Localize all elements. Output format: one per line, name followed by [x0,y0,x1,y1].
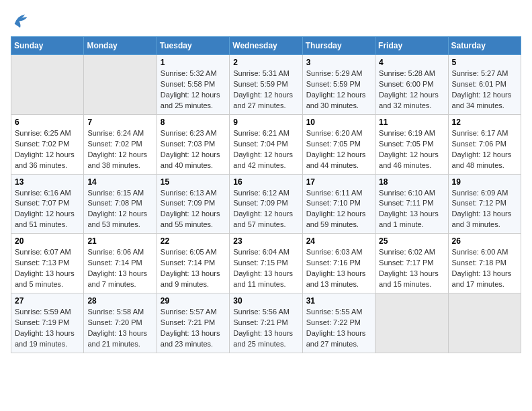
day-number: 2 [233,58,298,67]
day-info: Sunrise: 6:15 AMSunset: 7:08 PMDaylight:… [87,188,152,231]
calendar-cell: 23Sunrise: 6:04 AMSunset: 7:15 PMDayligh… [230,234,302,293]
header-wednesday: Wednesday [230,37,302,55]
day-number: 19 [452,177,517,187]
logo-icon [11,11,30,30]
calendar-cell: 22Sunrise: 6:05 AMSunset: 7:14 PMDayligh… [157,234,229,293]
day-number: 22 [161,236,226,246]
day-number: 9 [233,118,298,127]
day-info: Sunrise: 6:12 AMSunset: 7:09 PMDaylight:… [233,188,298,231]
day-number: 31 [306,296,371,306]
calendar-cell: 28Sunrise: 5:58 AMSunset: 7:20 PMDayligh… [84,293,157,353]
day-info: Sunrise: 6:13 AMSunset: 7:09 PMDaylight:… [161,188,226,231]
day-number: 3 [306,58,371,67]
day-info: Sunrise: 6:04 AMSunset: 7:15 PMDaylight:… [233,247,298,290]
calendar-week-row: 20Sunrise: 6:07 AMSunset: 7:13 PMDayligh… [11,234,521,293]
day-info: Sunrise: 6:03 AMSunset: 7:16 PMDaylight:… [306,247,371,290]
day-info: Sunrise: 5:55 AMSunset: 7:22 PMDaylight:… [306,307,371,350]
day-number: 29 [161,296,226,306]
day-number: 27 [15,296,80,306]
calendar-cell: 8Sunrise: 6:23 AMSunset: 7:03 PMDaylight… [157,114,229,174]
day-number: 11 [379,118,444,127]
day-info: Sunrise: 6:10 AMSunset: 7:11 PMDaylight:… [379,188,444,231]
calendar-cell: 5Sunrise: 5:27 AMSunset: 6:01 PMDaylight… [448,55,521,115]
calendar-cell: 7Sunrise: 6:24 AMSunset: 7:02 PMDaylight… [84,114,157,174]
day-info: Sunrise: 5:28 AMSunset: 6:00 PMDaylight:… [379,68,444,111]
calendar-header-row: SundayMondayTuesdayWednesdayThursdayFrid… [11,37,521,55]
calendar-cell: 26Sunrise: 6:00 AMSunset: 7:18 PMDayligh… [448,234,521,293]
day-info: Sunrise: 6:00 AMSunset: 7:18 PMDaylight:… [452,247,517,290]
day-number: 15 [161,177,226,187]
day-info: Sunrise: 5:56 AMSunset: 7:21 PMDaylight:… [233,307,298,350]
day-info: Sunrise: 5:59 AMSunset: 7:19 PMDaylight:… [15,307,80,350]
day-number: 14 [87,177,152,187]
calendar-table: SundayMondayTuesdayWednesdayThursdayFrid… [11,36,521,353]
day-info: Sunrise: 5:57 AMSunset: 7:21 PMDaylight:… [161,307,226,350]
day-number: 23 [233,236,298,246]
day-info: Sunrise: 6:21 AMSunset: 7:04 PMDaylight:… [233,128,298,171]
calendar-week-row: 6Sunrise: 6:25 AMSunset: 7:02 PMDaylight… [11,114,521,174]
calendar-cell [11,55,84,115]
calendar-week-row: 1Sunrise: 5:32 AMSunset: 5:58 PMDaylight… [11,55,521,115]
day-number: 5 [452,58,517,67]
calendar-cell: 12Sunrise: 6:17 AMSunset: 7:06 PMDayligh… [448,114,521,174]
header-saturday: Saturday [448,37,521,55]
day-number: 7 [87,118,152,127]
calendar-cell: 2Sunrise: 5:31 AMSunset: 5:59 PMDaylight… [230,55,302,115]
calendar-cell [84,55,157,115]
calendar-cell: 21Sunrise: 6:06 AMSunset: 7:14 PMDayligh… [84,234,157,293]
day-info: Sunrise: 5:58 AMSunset: 7:20 PMDaylight:… [87,307,152,350]
calendar-cell: 25Sunrise: 6:02 AMSunset: 7:17 PMDayligh… [375,234,448,293]
calendar-cell: 20Sunrise: 6:07 AMSunset: 7:13 PMDayligh… [11,234,84,293]
calendar-cell: 18Sunrise: 6:10 AMSunset: 7:11 PMDayligh… [375,174,448,234]
calendar-week-row: 27Sunrise: 5:59 AMSunset: 7:19 PMDayligh… [11,293,521,353]
header-monday: Monday [84,37,157,55]
calendar-cell: 15Sunrise: 6:13 AMSunset: 7:09 PMDayligh… [157,174,229,234]
calendar-cell: 24Sunrise: 6:03 AMSunset: 7:16 PMDayligh… [302,234,375,293]
day-number: 26 [452,236,517,246]
day-number: 1 [161,58,226,67]
calendar-cell: 13Sunrise: 6:16 AMSunset: 7:07 PMDayligh… [11,174,84,234]
day-info: Sunrise: 6:11 AMSunset: 7:10 PMDaylight:… [306,188,371,231]
day-number: 30 [233,296,298,306]
day-number: 21 [87,236,152,246]
day-info: Sunrise: 6:05 AMSunset: 7:14 PMDaylight:… [161,247,226,290]
day-number: 8 [161,118,226,127]
day-number: 4 [379,58,444,67]
calendar-cell: 16Sunrise: 6:12 AMSunset: 7:09 PMDayligh… [230,174,302,234]
calendar-cell: 3Sunrise: 5:29 AMSunset: 5:59 PMDaylight… [302,55,375,115]
day-info: Sunrise: 6:20 AMSunset: 7:05 PMDaylight:… [306,128,371,171]
calendar-week-row: 13Sunrise: 6:16 AMSunset: 7:07 PMDayligh… [11,174,521,234]
day-number: 12 [452,118,517,127]
calendar-cell: 11Sunrise: 6:19 AMSunset: 7:05 PMDayligh… [375,114,448,174]
day-info: Sunrise: 6:17 AMSunset: 7:06 PMDaylight:… [452,128,517,171]
day-number: 20 [15,236,80,246]
day-number: 18 [379,177,444,187]
logo [11,11,32,30]
day-info: Sunrise: 5:29 AMSunset: 5:59 PMDaylight:… [306,68,371,111]
day-info: Sunrise: 6:07 AMSunset: 7:13 PMDaylight:… [15,247,80,290]
header-friday: Friday [375,37,448,55]
header-tuesday: Tuesday [157,37,229,55]
calendar-cell: 1Sunrise: 5:32 AMSunset: 5:58 PMDaylight… [157,55,229,115]
header-thursday: Thursday [302,37,375,55]
calendar-cell [448,293,521,353]
calendar-cell: 10Sunrise: 6:20 AMSunset: 7:05 PMDayligh… [302,114,375,174]
day-number: 24 [306,236,371,246]
day-info: Sunrise: 6:16 AMSunset: 7:07 PMDaylight:… [15,188,80,231]
calendar-cell: 9Sunrise: 6:21 AMSunset: 7:04 PMDaylight… [230,114,302,174]
day-info: Sunrise: 5:31 AMSunset: 5:59 PMDaylight:… [233,68,298,111]
calendar-cell: 6Sunrise: 6:25 AMSunset: 7:02 PMDaylight… [11,114,84,174]
day-number: 17 [306,177,371,187]
calendar-cell: 31Sunrise: 5:55 AMSunset: 7:22 PMDayligh… [302,293,375,353]
calendar-cell: 19Sunrise: 6:09 AMSunset: 7:12 PMDayligh… [448,174,521,234]
day-info: Sunrise: 6:24 AMSunset: 7:02 PMDaylight:… [87,128,152,171]
calendar-cell: 17Sunrise: 6:11 AMSunset: 7:10 PMDayligh… [302,174,375,234]
day-info: Sunrise: 6:25 AMSunset: 7:02 PMDaylight:… [15,128,80,171]
day-info: Sunrise: 6:06 AMSunset: 7:14 PMDaylight:… [87,247,152,290]
day-info: Sunrise: 5:32 AMSunset: 5:58 PMDaylight:… [161,68,226,111]
calendar-cell: 4Sunrise: 5:28 AMSunset: 6:00 PMDaylight… [375,55,448,115]
day-info: Sunrise: 6:09 AMSunset: 7:12 PMDaylight:… [452,188,517,231]
day-number: 10 [306,118,371,127]
header-sunday: Sunday [11,37,84,55]
calendar-cell: 30Sunrise: 5:56 AMSunset: 7:21 PMDayligh… [230,293,302,353]
